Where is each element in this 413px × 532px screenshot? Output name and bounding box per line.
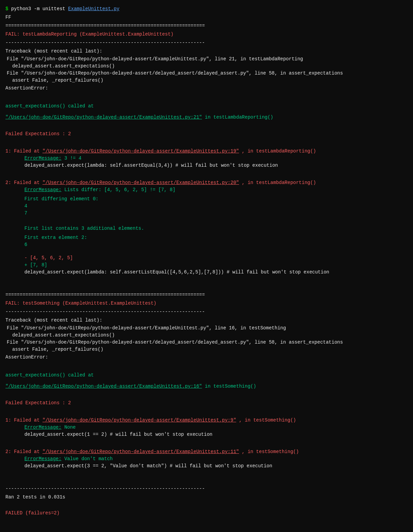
fail-code-1-1: delayed_assert.expect(lambda: self.asser… (5, 162, 408, 169)
blank-7 (5, 362, 408, 368)
fail-in-2-1: , in testSomething() (239, 417, 296, 423)
error-label-1-1: ErrorMessage: (5, 156, 61, 161)
list-contains-1: First list contains 3 additional element… (5, 225, 408, 232)
first-extra-1: First extra element 2: (5, 234, 408, 241)
dashes-2: ----------------------------------------… (5, 308, 408, 315)
fail-in-1-2: , in testLambdaReporting() (242, 180, 316, 185)
diff-plus-1: + [7, 8] (5, 262, 408, 269)
fail-link-2-2: "/Users/john-doe/GitRepo/python-delayed-… (42, 449, 239, 454)
fail-link-1-1: "/Users/john-doe/GitRepo/python-delayed-… (42, 148, 239, 154)
separator-3: ----------------------------------------… (5, 485, 408, 492)
assertion-error-2: AssertionError: (5, 354, 408, 361)
blank-diff-1 (5, 217, 408, 223)
diff-val1-1: 4 (5, 203, 408, 210)
assert-in-2: in testSomething() (202, 384, 256, 389)
fail-error-2-2: ErrorMessage: Value don't match (5, 455, 408, 463)
prompt-cmd: python3 -m unittest (11, 6, 68, 12)
fail-num-2-2: 2: (5, 449, 11, 454)
fail-item-2-2-header: 2: Failed at "/Users/john-doe/GitRepo/py… (5, 448, 408, 455)
fail-item-2-1-header: 1: Failed at "/Users/john-doe/GitRepo/py… (5, 417, 408, 424)
blank-3 (5, 140, 408, 146)
blank-9 (5, 409, 408, 415)
separator-2: ========================================… (5, 291, 408, 299)
fail-in-2-2: , in testSomething() (242, 449, 299, 454)
traceback-2: Traceback (most recent call last): (5, 317, 408, 324)
blank-6 (5, 284, 408, 290)
terminal: $ python3 -m unittest ExampleUnittest.py… (5, 5, 408, 517)
fail-item-1-1-header: 1: Failed at "/Users/john-doe/GitRepo/py… (5, 148, 408, 155)
assert-link-2: "/Users/john-doe/GitRepo/python-delayed-… (5, 384, 202, 389)
diff-minus-1: - [4, 5, 6, 2, 5] (5, 254, 408, 262)
ran-line: Ran 2 tests in 0.031s (5, 494, 408, 501)
assert-called-2: assert_expectations() called at (5, 372, 408, 379)
fail-num-2-1: 1: (5, 417, 11, 423)
fail-item-1-2-header: 2: Failed at "/Users/john-doe/GitRepo/py… (5, 179, 408, 186)
fail-item-1-2: 2: Failed at "/Users/john-doe/GitRepo/py… (5, 179, 408, 276)
blank-1 (5, 93, 408, 99)
fail-error-1-1: ErrorMessage: 3 != 4 (5, 155, 408, 162)
diff-val2-1: 7 (5, 210, 408, 217)
error-value-2-2: Value don't match (64, 456, 113, 462)
fail-code-2-2: delayed_assert.expect(3 == 2, "Value don… (5, 463, 408, 470)
fail-at-2-1: Failed at (14, 417, 42, 423)
error-value-1-1: 3 != 4 (64, 156, 81, 161)
file-line-1a: File "/Users/john-doe/GitRepo/python-del… (5, 56, 408, 63)
failed-final: FAILED (failures=2) (5, 510, 408, 517)
assert-in-1: in testLambdaReporting() (202, 115, 273, 120)
fail1-label: FAIL: testLambdaReporting (ExampleUnitte… (5, 31, 408, 38)
failed-expectations-1: Failed Expectations : 2 (5, 130, 408, 138)
prompt-file: ExampleUnittest.py (68, 6, 119, 12)
code-line-1b: assert False, _report_failures() (5, 77, 408, 84)
fail-code-1-2: delayed_assert.expect(lambda: self.asser… (5, 269, 408, 276)
fail-item-2-1: 1: Failed at "/Users/john-doe/GitRepo/py… (5, 417, 408, 438)
blank-diff-2 (5, 248, 408, 254)
fail-link-1-2: "/Users/john-doe/GitRepo/python-delayed-… (42, 180, 239, 185)
fail-in-1-1: , in testLambdaReporting() (242, 148, 316, 154)
code-line-2b: assert False, _report_failures() (5, 346, 408, 353)
assert-link-line-2: "/Users/john-doe/GitRepo/python-delayed-… (5, 383, 408, 390)
blank-8 (5, 390, 408, 396)
error-value-2-1: None (64, 425, 76, 430)
assert-called-1: assert_expectations() called at (5, 103, 408, 110)
extra-val-1: 6 (5, 241, 408, 248)
fail-at-2-2: Failed at (14, 449, 42, 454)
file-line-2b: File "/Users/john-doe/GitRepo/python-del… (5, 339, 408, 346)
blank-2 (5, 121, 408, 127)
fail-item-1-1: 1: Failed at "/Users/john-doe/GitRepo/py… (5, 148, 408, 169)
code-line-1a: delayed_assert.assert_expectations() (5, 63, 408, 70)
assertion-error-1: AssertionError: (5, 85, 408, 92)
blank-12 (5, 478, 408, 484)
blank-5 (5, 278, 408, 284)
error-value-1-2: Lists differ: [4, 5, 6, 2, 5] != [7, 8] (64, 187, 176, 192)
failed-expectations-2: Failed Expectations : 2 (5, 400, 408, 407)
file-line-2a: File "/Users/john-doe/GitRepo/python-del… (5, 325, 408, 332)
fail-num-1-1: 1: (5, 148, 11, 154)
file-line-1b: File "/Users/john-doe/GitRepo/python-del… (5, 70, 408, 77)
prompt-dollar: $ (5, 6, 8, 12)
assert-link-line-1: "/Users/john-doe/GitRepo/python-delayed-… (5, 114, 408, 121)
fail-error-1-2: ErrorMessage: Lists differ: [4, 5, 6, 2,… (5, 186, 408, 193)
code-line-2a: delayed_assert.assert_expectations() (5, 332, 408, 339)
error-label-2-2: ErrorMessage: (5, 456, 61, 462)
assert-called-text-2: assert_expectations() called at (5, 372, 94, 378)
blank-13 (5, 502, 408, 508)
fail-item-2-2: 2: Failed at "/Users/john-doe/GitRepo/py… (5, 448, 408, 470)
fail-num-1-2: 2: (5, 180, 11, 185)
ff-line: FF (5, 14, 408, 21)
traceback-1: Traceback (most recent call last): (5, 48, 408, 55)
assert-called-text: assert_expectations() called at (5, 103, 94, 109)
error-label-1-2: ErrorMessage: (5, 187, 61, 192)
error-label-2-1: ErrorMessage: (5, 425, 61, 430)
fail-code-2-1: delayed_assert.expect(1 == 2) # will fai… (5, 431, 408, 438)
blank-10 (5, 440, 408, 446)
fail2-label: FAIL: testSomething (ExampleUnittest.Exa… (5, 300, 408, 307)
dashes-1: ----------------------------------------… (5, 39, 408, 46)
fail-link-2-1: "/Users/john-doe/GitRepo/python-delayed-… (42, 417, 236, 423)
diff-header-1: First differing element 0: (5, 196, 408, 203)
blank-4 (5, 171, 408, 177)
fail-at-1-2: Failed at (14, 180, 42, 185)
prompt-line: $ python3 -m unittest ExampleUnittest.py (5, 5, 408, 13)
blank-11 (5, 472, 408, 478)
separator-1: ========================================… (5, 22, 408, 29)
assert-link-1: "/Users/john-doe/GitRepo/python-delayed-… (5, 115, 202, 120)
